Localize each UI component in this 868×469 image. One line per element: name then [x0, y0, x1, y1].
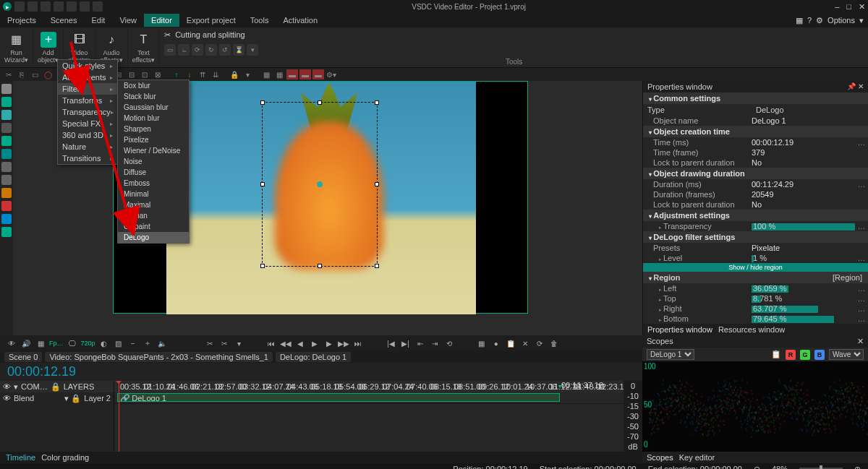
minimize-button[interactable]: – — [835, 2, 839, 12]
rect-icon[interactable] — [1, 97, 12, 107]
filter-item[interactable]: Median — [118, 210, 189, 221]
qa-icon[interactable] — [54, 1, 64, 12]
qa-icon[interactable] — [93, 1, 103, 12]
eye-icon[interactable]: 👁 — [3, 394, 11, 403]
timeline-clip[interactable]: 🔗 DeLogo 1 — [117, 393, 560, 402]
g-channel-chip[interactable]: G — [800, 350, 810, 360]
menu-edit[interactable]: Edit — [84, 14, 112, 27]
breadcrumb-item[interactable]: Video: SpongeBob SquarePants - 2x03 - So… — [45, 352, 273, 362]
close-button[interactable]: ✕ — [859, 2, 865, 12]
track-header[interactable]: 👁 Blend ▾ 🔒 Layer 2 — [0, 392, 114, 404]
tool-icon[interactable]: ▦ — [35, 337, 46, 349]
qa-icon[interactable] — [67, 1, 77, 12]
arrow-up-icon[interactable]: ↑ — [171, 69, 182, 79]
filter-item-delogo[interactable]: DeLogo — [118, 232, 189, 243]
prop-value[interactable]: 100 % — [752, 222, 855, 231]
ellipsis-button[interactable]: … — [855, 284, 868, 293]
tool-icon[interactable]: ● — [490, 337, 502, 349]
selection-rectangle[interactable] — [262, 102, 378, 267]
ellipsis-button[interactable]: … — [855, 180, 868, 189]
ellipsis-button[interactable]: … — [855, 222, 868, 231]
resize-handle[interactable] — [260, 182, 265, 186]
tool-icon[interactable]: ▬ — [286, 69, 298, 79]
shape-icon[interactable] — [1, 201, 12, 211]
step-back-icon[interactable]: ◀ — [294, 337, 306, 349]
paste-icon[interactable]: ▭ — [29, 69, 41, 79]
submenu-item[interactable]: Special FX — [58, 118, 117, 129]
prop-value[interactable]: 63.707 % — [752, 304, 855, 313]
menu-export[interactable]: Export project — [179, 14, 243, 27]
options-label[interactable]: Options — [827, 16, 855, 25]
prop-value[interactable]: No — [752, 158, 868, 167]
filter-item[interactable]: Stack blur — [118, 91, 189, 102]
filter-item[interactable]: Noise — [118, 156, 189, 167]
arrow-icon[interactable]: ⇈ — [197, 69, 208, 79]
zoom-icon[interactable]: ＋ — [142, 337, 153, 349]
prop-value[interactable]: 00:00:12.19 — [752, 138, 855, 147]
text-tool-icon[interactable] — [1, 162, 12, 172]
fps-label[interactable]: Fp… — [49, 340, 64, 347]
chart-icon[interactable] — [1, 175, 12, 185]
b-channel-chip[interactable]: B — [814, 350, 825, 360]
cut-icon[interactable]: ✂ — [204, 337, 216, 349]
prop-value[interactable]: No — [752, 200, 868, 209]
submenu-item[interactable]: Nature — [58, 141, 117, 152]
cursor-icon[interactable] — [1, 84, 12, 94]
filter-item[interactable]: Box blur — [118, 80, 189, 91]
gear-icon[interactable]: ⚙▾ — [326, 69, 337, 79]
qa-icon[interactable] — [41, 1, 51, 12]
tool-icon[interactable]: ▾ — [233, 337, 244, 349]
arrow-down-icon[interactable]: ↓ — [184, 69, 195, 79]
align-icon[interactable]: ⊠ — [152, 69, 163, 79]
tool-icon[interactable]: ◐ — [98, 337, 110, 349]
submenu-item[interactable]: Quick styles — [58, 60, 117, 72]
mark-in-icon[interactable]: |◀ — [386, 337, 397, 349]
speaker-icon[interactable]: 🔈 — [156, 337, 168, 349]
prop-value[interactable]: 1 % — [752, 254, 855, 262]
tab-key-editor[interactable]: Key editor — [679, 453, 715, 462]
tab-color-grading[interactable]: Color grading — [41, 453, 89, 462]
breadcrumb-item[interactable]: DeLogo: DeLogo 1 — [276, 352, 351, 362]
filter-item[interactable]: Gaussian blur — [118, 102, 189, 113]
tool-icon[interactable]: ✕ — [519, 337, 531, 349]
copy-icon[interactable]: ⎘ — [16, 69, 27, 79]
resize-handle[interactable] — [375, 264, 379, 268]
tool-icon[interactable]: ↻ — [205, 44, 217, 56]
submenu-item-filters[interactable]: Filters — [58, 83, 117, 95]
breadcrumb-item[interactable]: Scene 0 — [4, 352, 42, 362]
tool-icon[interactable]: ↺ — [219, 44, 231, 56]
tool-icon[interactable]: ▬ — [312, 69, 324, 79]
filter-item[interactable]: Minimal — [118, 189, 189, 199]
tool-icon[interactable]: ▾ — [247, 44, 258, 56]
collapse-icon[interactable]: ▾ — [14, 382, 18, 392]
line-icon[interactable] — [1, 123, 12, 133]
section-region[interactable]: Region[Region] — [643, 272, 868, 283]
tool-icon[interactable]: ⟲ — [443, 337, 455, 349]
resize-handle[interactable] — [375, 182, 379, 186]
submenu-item[interactable]: Transitions — [58, 152, 117, 164]
tool-icon[interactable]: ⟳ — [192, 44, 203, 56]
qa-icon[interactable] — [14, 1, 25, 12]
prop-value[interactable]: DeLogo 1 — [752, 116, 868, 125]
skip-end-icon[interactable]: ⏭ — [352, 337, 364, 349]
next-icon[interactable]: ▶▶ — [338, 337, 349, 349]
ellipse-icon[interactable] — [1, 136, 12, 146]
close-icon[interactable]: ✕ — [857, 337, 864, 346]
timeline-track[interactable]: 🔗 DeLogo 1 — [114, 392, 624, 404]
menu-tools[interactable]: Tools — [243, 14, 276, 27]
shape-icon[interactable] — [1, 227, 12, 237]
timeline-ruler[interactable]: 00:35.1201:10.2401:46.0602:21.1802:57.00… — [114, 381, 624, 392]
submenu-item[interactable]: 360 and 3D — [58, 129, 117, 141]
tab-properties[interactable]: Properties window — [647, 325, 712, 334]
prop-value[interactable]: 79.645 % — [752, 314, 855, 323]
qa-icon[interactable] — [80, 1, 90, 12]
align-icon[interactable]: ⊟ — [126, 69, 137, 79]
filter-item[interactable]: Maximal — [118, 199, 189, 210]
section-adjust[interactable]: Adjustment settings — [643, 210, 868, 221]
cut-icon[interactable]: ✂ — [3, 69, 14, 79]
tab-scopes[interactable]: Scopes — [647, 453, 673, 462]
tool-icon[interactable]: ⇥ — [429, 337, 441, 349]
mark-out-icon[interactable]: ▶| — [400, 337, 412, 349]
tool-icon[interactable]: 🗑 — [548, 337, 560, 349]
tool-icon[interactable]: ▭ — [164, 44, 176, 56]
